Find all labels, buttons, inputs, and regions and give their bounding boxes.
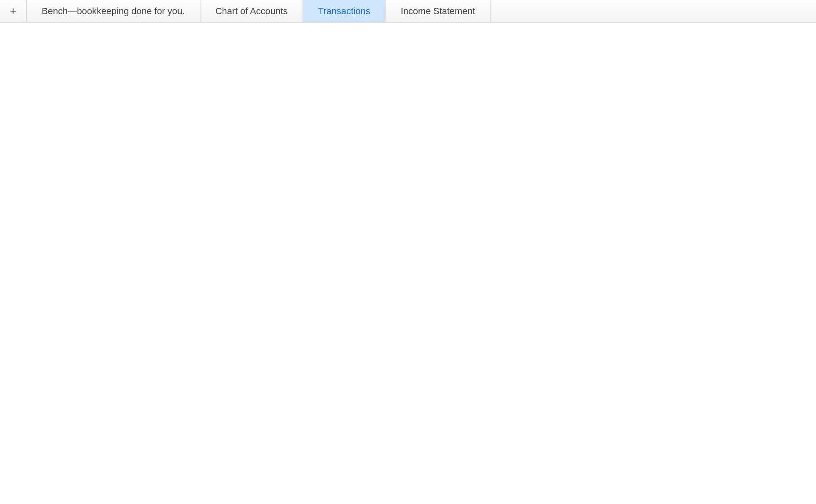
tab-transactions[interactable]: Transactions	[303, 0, 385, 22]
sheet-tabs: + Bench—bookkeeping done for you. Chart …	[0, 0, 816, 22]
tab-label: Transactions	[318, 6, 370, 17]
tab-label: Bench—bookkeeping done for you.	[42, 6, 185, 17]
tab-label: Chart of Accounts	[215, 6, 288, 17]
tab-income-statement[interactable]: Income Statement	[385, 0, 491, 22]
tab-bench[interactable]: Bench—bookkeeping done for you.	[27, 0, 200, 22]
tab-chart-of-accounts[interactable]: Chart of Accounts	[200, 0, 303, 22]
plus-icon: +	[10, 5, 16, 17]
tab-label: Income Statement	[400, 6, 475, 17]
add-sheet-button[interactable]: +	[0, 0, 27, 22]
